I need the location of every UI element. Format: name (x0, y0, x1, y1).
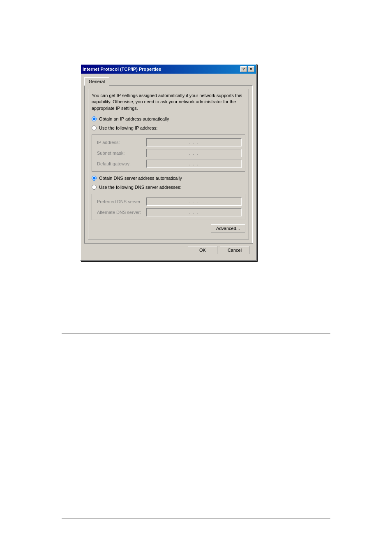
tab-panel: You can get IP settings assigned automat… (84, 85, 253, 243)
title-bar-buttons: ? × (240, 66, 254, 72)
preferred-dns-input[interactable] (146, 197, 242, 206)
use-following-ip-label: Use the following IP address: (99, 125, 157, 130)
ip-auto-radio-group: Obtain an IP address automatically (92, 116, 245, 121)
ip-address-row: IP address: (97, 138, 242, 146)
subnet-mask-input[interactable] (146, 149, 242, 157)
advanced-button[interactable]: Advanced... (211, 224, 245, 232)
advanced-row: Advanced... (92, 224, 245, 232)
page-background: Internet Protocol (TCP/IP) Properties ? … (0, 0, 392, 555)
obtain-ip-auto-radio[interactable] (92, 116, 97, 121)
default-gateway-input[interactable] (146, 160, 242, 168)
obtain-ip-auto-label: Obtain an IP address automatically (99, 116, 169, 121)
dns-manual-radio-group: Use the following DNS server addresses: (92, 185, 245, 190)
alternate-dns-row: Alternate DNS server: (97, 208, 242, 216)
close-button[interactable]: × (248, 66, 254, 72)
preferred-dns-row: Preferred DNS server: (97, 197, 242, 206)
obtain-ip-automatically-option: Obtain an IP address automatically (92, 116, 245, 121)
alternate-dns-label: Alternate DNS server: (97, 210, 146, 215)
dialog-button-row: OK Cancel (84, 243, 253, 257)
default-gateway-row: Default gateway: (97, 160, 242, 168)
dialog-window: Internet Protocol (TCP/IP) Properties ? … (80, 64, 257, 261)
dialog-title: Internet Protocol (TCP/IP) Properties (83, 67, 161, 72)
tab-general[interactable]: General (84, 77, 109, 86)
obtain-dns-auto-label: Obtain DNS server address automatically (99, 176, 182, 181)
cancel-button[interactable]: Cancel (220, 246, 249, 254)
title-bar: Internet Protocol (TCP/IP) Properties ? … (81, 65, 256, 74)
ip-fields-box: IP address: Subnet mask: Default gateway… (92, 135, 245, 172)
dialog-content: General You can get IP settings assigned… (81, 74, 256, 260)
use-following-dns-label: Use the following DNS server addresses: (99, 185, 182, 190)
use-following-dns-radio[interactable] (92, 185, 97, 190)
subnet-mask-label: Subnet mask: (97, 151, 146, 156)
preferred-dns-label: Preferred DNS server: (97, 199, 146, 204)
hline-2 (62, 354, 330, 354)
ip-address-label: IP address: (97, 140, 146, 145)
description-text: You can get IP settings assigned automat… (92, 93, 245, 111)
alternate-dns-input[interactable] (146, 208, 242, 216)
use-following-dns-option: Use the following DNS server addresses: (92, 185, 245, 190)
ip-manual-radio-group: Use the following IP address: (92, 125, 245, 130)
ip-address-input[interactable] (146, 138, 242, 146)
subnet-mask-row: Subnet mask: (97, 149, 242, 157)
obtain-dns-auto-radio[interactable] (92, 176, 97, 181)
help-button[interactable]: ? (240, 66, 247, 72)
obtain-dns-auto-option: Obtain DNS server address automatically (92, 176, 245, 181)
default-gateway-label: Default gateway: (97, 161, 146, 166)
dns-fields-box: Preferred DNS server: Alternate DNS serv… (92, 194, 245, 220)
hline-3 (62, 518, 330, 519)
tab-strip: General (84, 77, 253, 85)
hline-1 (62, 333, 330, 334)
use-following-ip-radio[interactable] (92, 125, 97, 130)
ok-button[interactable]: OK (188, 246, 217, 254)
dns-auto-radio-group: Obtain DNS server address automatically (92, 176, 245, 181)
use-following-ip-option: Use the following IP address: (92, 125, 245, 130)
tab-inner: You can get IP settings assigned automat… (88, 89, 249, 239)
